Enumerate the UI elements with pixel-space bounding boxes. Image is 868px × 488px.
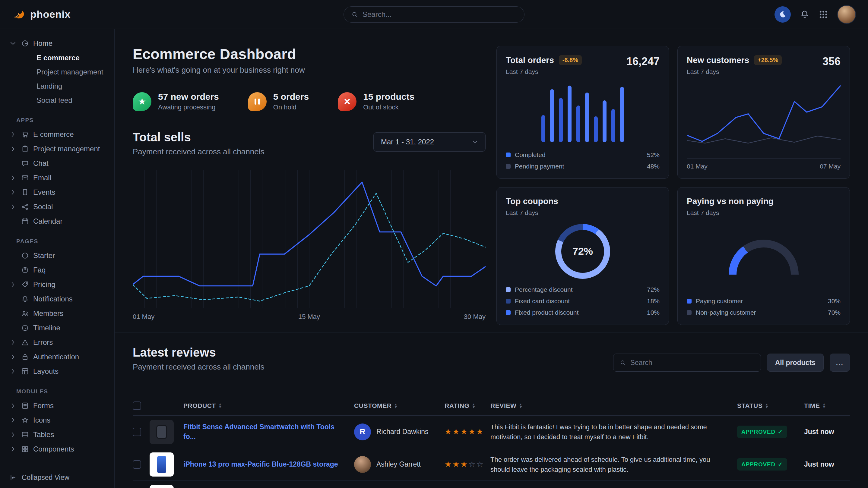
apps-grid-button[interactable] — [818, 10, 828, 19]
column-header-customer[interactable]: CUSTOMER▴▾ — [354, 402, 444, 409]
sidebar-item-e-commerce[interactable]: E commerce — [9, 51, 108, 65]
sidebar-item-timeline[interactable]: Timeline — [9, 321, 108, 335]
paying-legend: Paying customer30%Non-paying customer70% — [687, 297, 841, 316]
coupons-donut-chart: 72% — [555, 224, 610, 279]
product-link[interactable]: iPhone 13 pro max-Pacific Blue-128GB sto… — [183, 460, 354, 469]
chevron-right-icon — [9, 217, 17, 225]
chevron-right-icon — [9, 416, 17, 424]
row-checkbox[interactable] — [133, 428, 141, 436]
sidebar-item-project-management[interactable]: Project management — [9, 142, 108, 156]
notifications-button[interactable] — [800, 10, 809, 19]
chevron-right-icon — [9, 174, 17, 182]
sidebar-item-landing[interactable]: Landing — [9, 79, 108, 93]
column-header-review[interactable]: REVIEW▴▾ — [490, 402, 737, 409]
all-products-button[interactable]: All products — [767, 354, 824, 372]
customer-name: Ashley Garrett — [376, 460, 421, 468]
brand-logo[interactable]: phoenix — [12, 7, 70, 22]
chevron-right-icon — [9, 203, 17, 211]
phoenix-logo-icon — [12, 7, 26, 22]
sidebar-item-e-commerce[interactable]: E commerce — [9, 127, 108, 142]
sidebar-item-forms[interactable]: Forms — [9, 398, 108, 413]
status-badge: APPROVED ✓ — [737, 458, 787, 470]
legend-value: 18% — [647, 297, 660, 305]
product-thumbnail[interactable] — [150, 452, 174, 477]
sidebar-item-events[interactable]: Events — [9, 185, 108, 199]
sidebar-item-notifications[interactable]: Notifications — [9, 292, 108, 306]
review-row: Fitbit Sense Advanced Smartwatch with To… — [133, 416, 850, 448]
card-period: Last 7 days — [506, 68, 582, 75]
card-value: 356 — [823, 55, 841, 68]
sidebar-item-members[interactable]: Members — [9, 306, 108, 321]
legend-value: 52% — [647, 151, 660, 159]
column-header-time[interactable]: TIME▴▾ — [804, 402, 850, 409]
card-title: Paying vs non paying — [687, 197, 774, 206]
legend-item: Completed52% — [506, 151, 660, 159]
sidebar-item-social-feed[interactable]: Social feed — [9, 93, 108, 107]
chevron-right-icon — [9, 266, 17, 274]
stat-desc: Out of stock — [363, 103, 414, 111]
sidebar-item-project-management[interactable]: Project management — [9, 65, 108, 79]
legend-value: 30% — [828, 297, 841, 305]
layout-icon — [21, 367, 29, 375]
sidebar-item-starter[interactable]: Starter — [9, 248, 108, 263]
collapse-icon — [9, 474, 17, 482]
column-header-status[interactable]: STATUS▴▾ — [737, 402, 804, 409]
more-options-button[interactable]: ... — [830, 354, 850, 372]
collapsed-view-toggle[interactable]: Collapsed View — [0, 467, 114, 488]
theme-toggle-button[interactable] — [775, 6, 791, 23]
column-header-product[interactable]: PRODUCT▴▾ — [183, 402, 354, 409]
sidebar-item-social[interactable]: Social — [9, 199, 108, 214]
x-axis-label: 01 May — [133, 313, 154, 321]
card-period: Last 7 days — [506, 209, 558, 217]
sidebar-item-home[interactable]: Home — [9, 36, 108, 51]
legend-label: Non-paying customer — [696, 309, 756, 316]
column-header-rating[interactable]: RATING▴▾ — [444, 402, 490, 409]
legend-label: Pending payment — [515, 163, 564, 170]
sidebar-item-tables[interactable]: Tables — [9, 427, 108, 442]
reviews-search-input[interactable] — [630, 359, 754, 367]
date-range-select[interactable]: Mar 1 - 31, 2022 — [373, 132, 486, 152]
sidebar-item-layouts[interactable]: Layouts — [9, 364, 108, 379]
global-search[interactable] — [343, 6, 525, 23]
select-all-checkbox[interactable] — [133, 401, 141, 410]
new-customers-card: New customers +26.5% Last 7 days 356 01 … — [677, 46, 850, 179]
sidebar-item-email[interactable]: Email — [9, 171, 108, 185]
sidebar-item-faq[interactable]: Faq — [9, 263, 108, 277]
reviews-subtitle: Payment received across all channels — [133, 362, 264, 372]
sidebar-item-pricing[interactable]: Pricing — [9, 277, 108, 292]
clipboard-icon — [21, 145, 29, 153]
share-icon — [21, 203, 29, 211]
product-thumbnail[interactable] — [150, 420, 174, 444]
kpi-cards: Total orders -6.8% Last 7 days 16,247 Co… — [496, 46, 850, 325]
latest-reviews-section: Latest reviews Payment received across a… — [115, 332, 868, 488]
card-title: New customers — [687, 56, 749, 65]
search-icon — [351, 11, 358, 18]
search-input[interactable] — [363, 10, 517, 19]
card-period: Last 7 days — [687, 68, 782, 75]
review-time: Just now — [804, 460, 850, 468]
chevron-right-icon — [9, 402, 17, 410]
users-icon — [21, 310, 29, 317]
sidebar-item-icons[interactable]: Icons — [9, 413, 108, 427]
sidebar-item-components[interactable]: Components — [9, 442, 108, 456]
envelope-icon — [21, 174, 29, 182]
user-avatar[interactable] — [837, 5, 856, 24]
sidebar-item-errors[interactable]: Errors — [9, 335, 108, 350]
sidebar-item-chat[interactable]: Chat — [9, 156, 108, 171]
total-orders-card: Total orders -6.8% Last 7 days 16,247 Co… — [496, 46, 669, 179]
sidebar-item-authentication[interactable]: Authentication — [9, 350, 108, 364]
legend-item: Fixed product discount10% — [506, 309, 660, 316]
product-thumbnail[interactable] — [150, 485, 174, 488]
chevron-right-icon — [9, 353, 17, 361]
reviews-search[interactable] — [613, 354, 761, 372]
chat-icon — [21, 159, 29, 167]
trend-badge: -6.8% — [559, 55, 582, 65]
total-sells-subtitle: Payment received across all channels — [133, 147, 264, 157]
product-link[interactable]: Fitbit Sense Advanced Smartwatch with To… — [183, 422, 354, 441]
review-time: Just now — [804, 428, 850, 436]
chevron-down-icon — [472, 139, 478, 145]
customer-name: Richard Dawkins — [376, 428, 429, 436]
chevron-right-icon — [9, 431, 17, 438]
row-checkbox[interactable] — [133, 460, 141, 469]
sidebar-item-calendar[interactable]: Calendar — [9, 214, 108, 228]
